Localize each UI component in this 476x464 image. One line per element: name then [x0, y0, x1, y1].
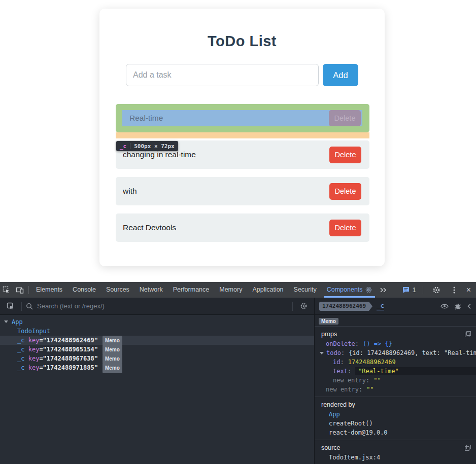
delete-button[interactable]: Delete	[329, 183, 361, 200]
todo-item-text: React Devtools	[123, 223, 176, 232]
prop-row-id[interactable]: id:1742488962469	[315, 358, 476, 367]
rendered-by-section: rendered by App createRoot() react-dom@1…	[315, 397, 476, 440]
device-toolbar-icon[interactable]	[13, 282, 26, 298]
prop-row-ondelete[interactable]: onDelete:() => {}	[315, 339, 476, 348]
prop-value: {id: 1742488962469, text: "Real-time"}	[349, 349, 476, 356]
props-section: props onDelete:() => {} todo:{id: 174248…	[315, 327, 476, 397]
tab-application[interactable]: Application	[247, 282, 288, 298]
prop-value: ""	[373, 377, 381, 384]
select-element-icon[interactable]	[4, 298, 17, 314]
copy-icon[interactable]	[465, 331, 471, 337]
source-title: source	[321, 444, 341, 451]
key-attr: key	[28, 337, 40, 344]
prop-row-todo[interactable]: todo:{id: 1742488962469, text: "Real-tim…	[315, 348, 476, 358]
inspect-element-icon[interactable]	[0, 282, 13, 298]
prop-value: 1742488962469	[348, 359, 396, 366]
expander-icon[interactable]	[320, 352, 324, 354]
components-panel-body: App TodoInput _c key="1742488962469"Memo…	[0, 315, 476, 464]
rendered-by-createroot: createRoot()	[315, 419, 476, 428]
tree-node-todoitem[interactable]: _c key="1742488971885"Memo	[0, 363, 314, 372]
tab-memory[interactable]: Memory	[214, 282, 247, 298]
close-devtools-icon[interactable]: ×	[465, 286, 472, 294]
tree-node-todoitem[interactable]: _c key="1742488962469"Memo	[0, 336, 314, 345]
component-name: _c	[17, 346, 24, 353]
devtools-tabbar: Elements Console Sources Network Perform…	[0, 282, 476, 298]
tab-performance[interactable]: Performance	[168, 282, 215, 298]
divider	[21, 302, 22, 311]
components-search-bar	[0, 298, 315, 314]
memo-badge: Memo	[103, 336, 122, 346]
menu-dots-icon[interactable]	[448, 282, 461, 298]
breadcrumb-component[interactable]: _c	[377, 302, 384, 310]
prop-value: () => {}	[363, 340, 392, 347]
prop-row-new-entry[interactable]: new entry:""	[315, 376, 476, 385]
component-name: App	[12, 318, 23, 326]
prop-name: text	[333, 368, 348, 375]
key-attr: key	[28, 346, 40, 353]
prop-name: todo	[326, 349, 341, 356]
colon: :	[341, 349, 345, 356]
todo-item[interactable]: with Delete	[116, 177, 369, 205]
delete-button[interactable]: Delete	[329, 220, 361, 236]
colon: :	[348, 368, 351, 375]
task-input[interactable]	[126, 64, 319, 86]
props-header: props	[315, 329, 476, 339]
prop-row-text[interactable]: text:"Real-time"	[315, 367, 476, 376]
tab-network[interactable]: Network	[134, 282, 168, 298]
tab-elements[interactable]: Elements	[31, 282, 67, 298]
rendered-by-reactdom: react-dom@19.0.0	[315, 428, 476, 437]
tab-components-label: Components	[327, 282, 363, 298]
search-input[interactable]	[37, 302, 288, 310]
key-value: ="1742488965154"	[39, 346, 98, 353]
collapse-pane-icon[interactable]	[467, 303, 471, 309]
bug-icon[interactable]	[454, 303, 461, 310]
tab-sources[interactable]: Sources	[101, 282, 134, 298]
rendered-by-app[interactable]: App	[315, 410, 476, 419]
tree-node-todoitem[interactable]: _c key="1742488967638"Memo	[0, 354, 314, 363]
inspect-content-overlay: Real-time Delete	[122, 110, 362, 126]
breadcrumb-key-badge[interactable]: 1742488962469	[319, 302, 369, 311]
delete-button[interactable]: Delete	[329, 110, 361, 126]
todo-item-text: changing in real-time	[123, 150, 196, 159]
inspect-tooltip: _c 500px × 72px	[116, 141, 178, 151]
copy-icon[interactable]	[465, 445, 471, 451]
component-tree: App TodoInput _c key="1742488962469"Memo…	[0, 315, 315, 464]
feedback-bubble-icon	[402, 287, 410, 294]
prop-row-new-entry[interactable]: new entry:""	[315, 385, 476, 394]
tab-console[interactable]: Console	[67, 282, 101, 298]
inspector-header-icons	[440, 303, 471, 310]
tree-node-app[interactable]: App	[0, 317, 314, 327]
add-button[interactable]: Add	[323, 64, 358, 86]
todo-page: ToDo List Add Real-time Delete changing …	[0, 0, 476, 282]
todo-item-inspected[interactable]: Real-time Delete	[116, 104, 369, 132]
rendered-by-title: rendered by	[321, 401, 355, 408]
expander-icon[interactable]	[4, 320, 8, 323]
inspect-tooltip-size: 500px × 72px	[134, 143, 174, 150]
inspector-header: 1742488962469 _c	[315, 298, 476, 314]
divider	[423, 286, 423, 294]
prop-name: onDelete	[326, 340, 355, 347]
more-tabs-icon[interactable]	[377, 282, 390, 298]
component-name: _c	[17, 364, 24, 371]
tree-node-todoitem[interactable]: _c key="1742488965154"Memo	[0, 345, 314, 354]
divider	[292, 302, 293, 311]
inspect-tooltip-tag: _c	[120, 143, 126, 150]
source-location[interactable]: TodoItem.jsx:4	[315, 453, 476, 462]
colon: :	[359, 386, 362, 393]
colon: :	[340, 359, 344, 366]
todo-card: ToDo List Add Real-time Delete changing …	[99, 9, 385, 266]
prop-value-editor[interactable]: "Real-time"	[355, 367, 476, 375]
tab-security[interactable]: Security	[289, 282, 322, 298]
tree-node-todoinput[interactable]: TodoInput	[0, 327, 314, 336]
delete-button[interactable]: Delete	[329, 147, 361, 163]
source-header: source	[315, 443, 476, 453]
prop-name: new entry	[333, 377, 366, 384]
issues-counter[interactable]: 1	[402, 287, 416, 294]
settings-gear-icon[interactable]	[430, 282, 443, 298]
eye-icon[interactable]	[440, 303, 449, 309]
key-attr: key	[28, 355, 40, 362]
panel-settings-gear-icon[interactable]	[297, 298, 310, 314]
todo-item[interactable]: React Devtools Delete	[116, 213, 369, 242]
tab-components[interactable]: Components	[322, 282, 377, 298]
components-toolbar: 1742488962469 _c	[0, 298, 476, 315]
